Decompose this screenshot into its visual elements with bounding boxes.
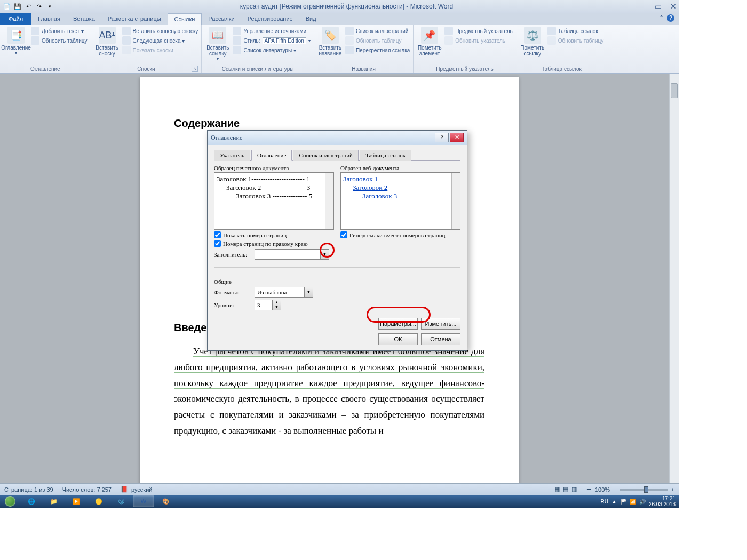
insert-endnote-button[interactable]: Вставить концевую сноску xyxy=(122,27,198,35)
save-icon[interactable]: 💾 xyxy=(13,2,22,11)
update-table-button[interactable]: Обновить таблицу xyxy=(31,36,88,45)
proofing-icon[interactable]: 📕 xyxy=(121,486,128,493)
insert-index-button[interactable]: Предметный указатель xyxy=(444,27,512,35)
close-icon[interactable]: ✕ xyxy=(670,2,677,11)
cross-reference-button[interactable]: Перекрестная ссылка xyxy=(345,46,410,54)
insert-citation-button[interactable]: 📖Вставить ссылку▾ xyxy=(205,26,231,61)
tray-show-hidden-icon[interactable]: ▲ xyxy=(611,499,617,505)
update-index-button[interactable]: Обновить указатель xyxy=(444,36,512,45)
minimize-icon[interactable]: — xyxy=(639,2,646,11)
preview-scroll-web[interactable] xyxy=(451,173,460,229)
undo-icon[interactable]: ↶ xyxy=(23,2,33,11)
tab-insert[interactable]: Вставка xyxy=(67,13,101,25)
dlg-tab-index[interactable]: Указатель xyxy=(214,150,250,161)
heading-contents: Содержание xyxy=(174,117,484,130)
options-button[interactable]: Параметры... xyxy=(378,318,418,330)
view-web-icon[interactable]: ▥ xyxy=(571,486,577,493)
ok-button[interactable]: ОК xyxy=(378,333,418,345)
zoom-in-icon[interactable]: + xyxy=(671,486,674,493)
taskbar-skype-icon[interactable]: Ⓢ xyxy=(110,495,132,507)
citation-style[interactable]: Стиль: APA Fifth Edition ▾ xyxy=(233,36,311,45)
right-align-numbers-checkbox[interactable] xyxy=(214,240,221,247)
toc-button[interactable]: 📑Оглавление▾ xyxy=(3,26,29,55)
spinner-icon[interactable]: ▲▼ xyxy=(272,300,281,310)
tray-flag-icon[interactable]: 🏳️ xyxy=(620,499,626,505)
redo-icon[interactable]: ↷ xyxy=(34,2,44,11)
ribbon-minimize-icon[interactable]: ⌃ xyxy=(659,14,664,22)
table-figures-button[interactable]: Список иллюстраций xyxy=(345,27,410,35)
help-icon[interactable]: ? xyxy=(667,14,674,22)
formats-combo[interactable]: Из шаблона▼ xyxy=(255,287,313,298)
mark-citation-button[interactable]: ⚖️Пометить ссылку xyxy=(520,26,545,57)
show-notes-button[interactable]: Показать сноски xyxy=(122,46,198,54)
taskbar-mediaplayer-icon[interactable]: ▶️ xyxy=(66,495,87,507)
group-authorities: ⚖️Пометить ссылку Таблица ссылок Обновит… xyxy=(516,25,607,73)
taskbar-word-icon[interactable]: W xyxy=(133,495,154,507)
zoom-out-icon[interactable]: − xyxy=(613,486,616,493)
zoom-value[interactable]: 100% xyxy=(595,486,610,493)
group-toc: 📑Оглавление▾ Добавить текст ▾ Обновить т… xyxy=(0,25,91,73)
view-outline-icon[interactable]: ≡ xyxy=(580,486,583,493)
levels-spinner[interactable]: 3▲▼ xyxy=(255,300,281,310)
insert-toa-button[interactable]: Таблица ссылок xyxy=(547,27,604,35)
taskbar-chrome-icon[interactable]: 🟡 xyxy=(88,495,109,507)
update-toa-button[interactable]: Обновить таблицу xyxy=(547,36,604,45)
status-page[interactable]: Страница: 1 из 39 xyxy=(4,486,53,493)
next-footnote-button[interactable]: Следующая сноска ▾ xyxy=(122,36,198,45)
print-preview: Заголовок 1----------------------- 1 Заг… xyxy=(214,172,334,230)
tab-leader-combo[interactable]: -------▼ xyxy=(255,249,329,260)
tab-references[interactable]: Ссылки xyxy=(168,13,202,25)
tab-home[interactable]: Главная xyxy=(31,13,67,25)
taskbar-explorer-icon[interactable]: 📁 xyxy=(43,495,65,507)
window-buttons: — ▭ ✕ xyxy=(639,2,677,11)
bibliography-button[interactable]: Список литературы ▾ xyxy=(233,46,311,54)
group-footnotes: AB¹Вставить сноску Вставить концевую сно… xyxy=(91,25,202,73)
status-language[interactable]: русский xyxy=(131,486,152,493)
preview-scroll[interactable] xyxy=(325,173,333,229)
view-printlayout-icon[interactable]: ▦ xyxy=(554,486,560,493)
insert-caption-button[interactable]: 🏷️Вставить название xyxy=(317,26,343,57)
file-tab[interactable]: Файл xyxy=(0,13,31,25)
dialog-help-icon[interactable]: ? xyxy=(435,133,449,142)
tray-network-icon[interactable]: 📶 xyxy=(630,499,636,505)
group-label-citations: Ссылки и списки литературы xyxy=(205,65,311,73)
footnotes-launcher-icon[interactable]: ↘ xyxy=(192,66,198,72)
zoom-slider[interactable] xyxy=(620,489,668,491)
chevron-down-icon[interactable]: ▼ xyxy=(320,250,329,259)
scroll-thumb[interactable] xyxy=(671,83,678,98)
chevron-down-icon[interactable]: ▼ xyxy=(304,287,313,297)
taskbar-paint-icon[interactable]: 🎨 xyxy=(155,495,177,507)
vertical-scrollbar[interactable] xyxy=(669,74,679,483)
show-page-numbers-checkbox[interactable] xyxy=(214,231,221,238)
dialog-titlebar[interactable]: Оглавление ? ✕ xyxy=(208,131,467,145)
tab-view[interactable]: Вид xyxy=(299,13,323,25)
hyperlinks-checkbox[interactable] xyxy=(340,231,347,238)
tab-mailings[interactable]: Рассылки xyxy=(202,13,241,25)
tray-lang[interactable]: RU xyxy=(601,499,608,505)
update-tof-button[interactable]: Обновить таблицу xyxy=(345,36,410,45)
restore-icon[interactable]: ▭ xyxy=(655,2,662,11)
view-fullscreen-icon[interactable]: ▤ xyxy=(563,486,568,493)
web-preview: Заголовок 1 Заголовок 2 Заголовок 3 xyxy=(340,172,460,230)
cancel-button[interactable]: Отмена xyxy=(421,333,460,345)
dlg-tab-authorities[interactable]: Таблица ссылок xyxy=(360,150,411,161)
dlg-tab-toc[interactable]: Оглавление xyxy=(251,150,292,161)
start-button[interactable] xyxy=(0,495,20,508)
window-title: курсач аудит [Режим ограниченной функцио… xyxy=(54,3,639,10)
tab-pagelayout[interactable]: Разметка страницы xyxy=(101,13,168,25)
manage-sources-button[interactable]: Управление источниками xyxy=(233,27,311,35)
qat-more-icon[interactable]: ▾ xyxy=(45,2,54,11)
taskbar-ie-icon[interactable]: 🌐 xyxy=(21,495,42,507)
mark-entry-button[interactable]: 📌Пометить элемент xyxy=(417,26,442,57)
statusbar: Страница: 1 из 39 Число слов: 7 257 📕 ру… xyxy=(0,483,679,495)
tray-volume-icon[interactable]: 🔊 xyxy=(639,499,646,505)
tab-review[interactable]: Рецензирование xyxy=(241,13,299,25)
view-draft-icon[interactable]: ☰ xyxy=(586,486,592,493)
insert-footnote-button[interactable]: AB¹Вставить сноску xyxy=(94,26,120,57)
add-text-button[interactable]: Добавить текст ▾ xyxy=(31,27,88,35)
dlg-tab-figures[interactable]: Список иллюстраций xyxy=(293,150,359,161)
tray-clock[interactable]: 17:21 26.03.2013 xyxy=(649,495,676,507)
modify-button[interactable]: Изменить... xyxy=(421,318,460,330)
dialog-close-icon[interactable]: ✕ xyxy=(450,133,464,142)
status-words[interactable]: Число слов: 7 257 xyxy=(62,486,112,493)
